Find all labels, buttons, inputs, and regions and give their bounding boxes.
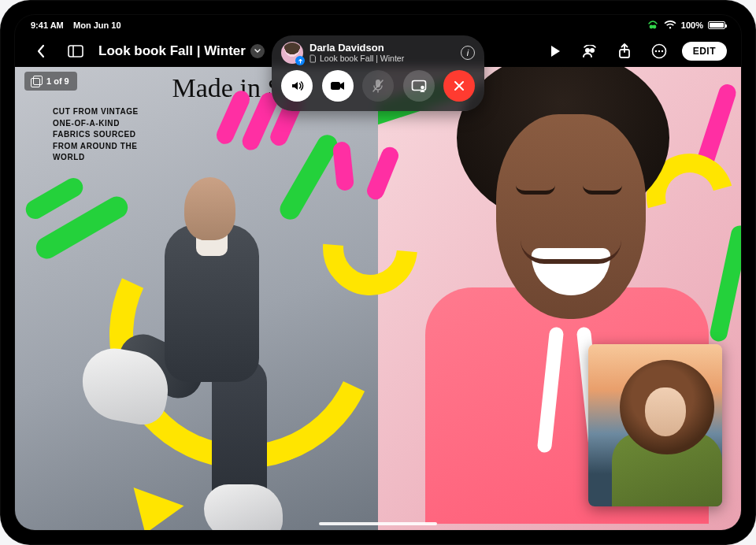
svg-rect-2 bbox=[69, 46, 83, 57]
shareplay-badge-icon bbox=[295, 56, 305, 65]
battery-icon bbox=[708, 21, 725, 29]
left-page-image: Made in Sa CUT FROM VINTAGE ONE-OF-A-KIN… bbox=[15, 67, 378, 530]
back-button[interactable] bbox=[29, 39, 53, 63]
title-dropdown-icon bbox=[250, 44, 265, 58]
screen-share-button[interactable] bbox=[403, 70, 435, 102]
wifi-icon bbox=[664, 20, 676, 30]
status-bar: 9:41 AM Mon Jun 10 100% bbox=[15, 15, 741, 35]
shareplay-status-icon bbox=[647, 20, 659, 30]
marker-stroke bbox=[22, 175, 86, 223]
audio-route-button[interactable] bbox=[281, 70, 313, 102]
svg-point-8 bbox=[654, 50, 656, 52]
share-button[interactable] bbox=[613, 39, 636, 63]
status-date: Mon Jun 10 bbox=[73, 20, 121, 30]
pages-stack-icon bbox=[31, 76, 42, 87]
document-icon bbox=[309, 54, 317, 63]
svg-rect-11 bbox=[331, 82, 340, 90]
call-context-label: Look book Fall | Winter bbox=[320, 54, 404, 63]
end-call-button[interactable] bbox=[443, 70, 475, 102]
document-title-button[interactable]: Look book Fall | Winter bbox=[98, 43, 265, 59]
svg-point-9 bbox=[658, 50, 659, 52]
svg-point-5 bbox=[590, 48, 595, 53]
document-title: Look book Fall | Winter bbox=[98, 43, 246, 59]
svg-point-4 bbox=[585, 48, 590, 53]
caller-avatar bbox=[281, 42, 303, 64]
camera-toggle-button[interactable] bbox=[322, 70, 354, 102]
shareplay-button[interactable] bbox=[578, 39, 602, 63]
caller-info: Darla Davidson Look book Fall | Winter bbox=[309, 43, 404, 63]
screen: 9:41 AM Mon Jun 10 100% bbox=[14, 14, 742, 531]
ipad-device-frame: 9:41 AM Mon Jun 10 100% bbox=[0, 0, 756, 545]
home-indicator[interactable] bbox=[319, 522, 437, 525]
more-button[interactable] bbox=[647, 39, 671, 63]
status-left: 9:41 AM Mon Jun 10 bbox=[31, 20, 121, 30]
battery-percent: 100% bbox=[681, 20, 703, 30]
svg-point-15 bbox=[421, 86, 424, 90]
edit-button[interactable]: EDIT bbox=[682, 42, 727, 61]
facetime-call-banner[interactable]: Darla Davidson Look book Fall | Winter i bbox=[272, 35, 484, 111]
status-time: 9:41 AM bbox=[31, 20, 64, 30]
svg-point-1 bbox=[652, 25, 656, 29]
caller-name: Darla Davidson bbox=[309, 43, 404, 54]
facetime-self-view[interactable] bbox=[588, 344, 722, 506]
call-info-button[interactable]: i bbox=[461, 46, 475, 60]
status-right: 100% bbox=[647, 20, 725, 30]
sidebar-toggle-icon[interactable] bbox=[64, 39, 87, 63]
mute-button[interactable] bbox=[362, 70, 394, 102]
model-photo-left bbox=[86, 106, 346, 516]
page-indicator-label: 1 of 9 bbox=[46, 76, 69, 86]
svg-point-10 bbox=[661, 50, 662, 52]
page-indicator[interactable]: 1 of 9 bbox=[24, 72, 77, 91]
play-button[interactable] bbox=[543, 39, 567, 63]
